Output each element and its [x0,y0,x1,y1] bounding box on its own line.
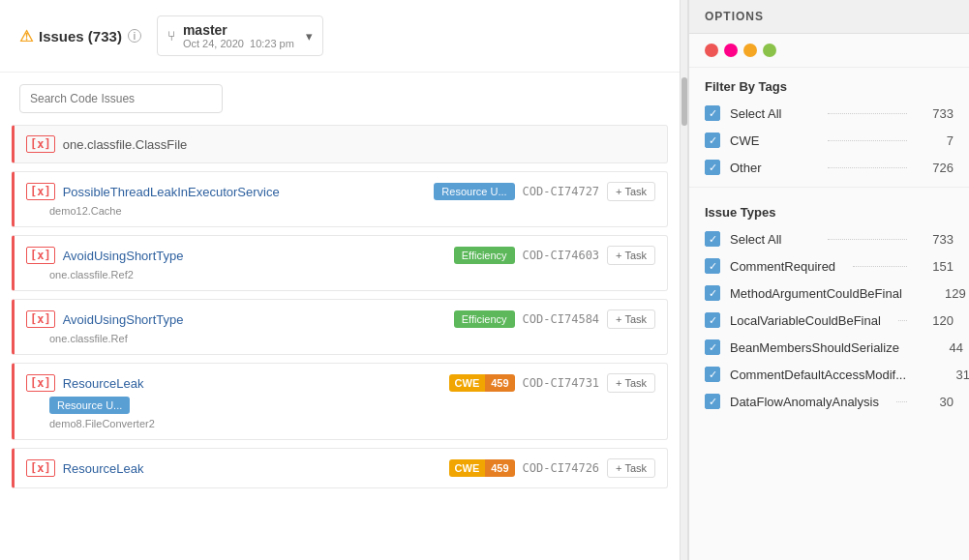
checkbox-local-var[interactable]: ✓ [705,312,720,328]
info-icon: i [128,29,141,43]
search-input[interactable] [19,84,223,113]
checkbox-dataflow[interactable]: ✓ [705,394,720,409]
issue-icon: [x] [26,135,55,153]
filter-label: Other [730,161,810,175]
code-id: COD-CI74731 [523,376,599,390]
filter-label: BeanMembersShouldSerialize [730,340,899,355]
checkbox-bean-members[interactable]: ✓ [705,339,720,355]
filter-count: 30 [924,395,954,409]
branch-name: master [183,22,294,38]
task-button[interactable]: + Task [607,373,655,393]
filter-count: 7 [924,133,954,148]
filter-dots [828,113,908,114]
issue-name[interactable]: ResourceLeak [63,376,441,391]
task-button[interactable]: + Task [607,458,655,478]
issue-name[interactable]: ResourceLeak [63,461,441,476]
filter-label: LocalVariableCouldBeFinal [730,313,881,328]
issue-subpath: one.classfile.Ref2 [26,269,655,280]
issue-subpath: demo8.FileConverter2 [26,418,655,429]
checkmark-icon: ✓ [709,342,717,353]
dot-green [763,44,776,57]
checkbox-method-arg[interactable]: ✓ [705,285,720,301]
issue-row-2: Resource U... [26,397,655,414]
tag-badge: Efficiency [454,310,515,328]
issue-name[interactable]: AvoidUsingShortType [63,249,446,263]
checkmark-icon: ✓ [709,162,717,173]
issue-icon: [x] [26,183,55,200]
issues-title: ⚠ Issues (733) i [19,27,141,45]
cwe-label: CWE [449,374,486,392]
issue-icon: [x] [26,459,55,477]
header: ⚠ Issues (733) i ⑂ master Oct 24, 2020 1… [0,0,680,73]
dot-orange [743,44,757,57]
code-id: COD-CI74603 [523,249,599,262]
checkmark-icon: ✓ [709,108,717,119]
task-button[interactable]: + Task [607,182,655,201]
filter-item-dataflow: ✓ DataFlowAnomalyAnalysis 30 [689,388,969,415]
filter-dots [896,401,907,402]
filter-item-local-var: ✓ LocalVariableCouldBeFinal 120 [689,307,969,334]
issue-row: [x] ResourceLeak CWE 459 COD-CI74726 + T… [26,458,655,478]
filter-dots [828,140,908,141]
code-id: COD-CI74727 [523,185,599,198]
issue-row: [x] one.classfile.ClassFile [26,135,655,153]
filter-count: 733 [924,232,954,247]
task-button[interactable]: + Task [607,309,655,329]
filter-item-method-arg: ✓ MethodArgumentCouldBeFinal 129 [689,280,969,307]
issue-name[interactable]: PossibleThreadLeakInExecutorService [63,185,427,199]
filter-item-comment-default: ✓ CommentDefaultAccessModif... 31 [689,361,969,388]
issue-subpath: one.classfile.Ref [26,333,655,344]
issue-name[interactable]: AvoidUsingShortType [63,312,446,327]
checkmark-icon: ✓ [709,261,717,272]
filter-count: 733 [924,106,954,121]
filter-label: CWE [730,133,810,148]
filter-item-select-all-tags: ✓ Select All 733 [689,100,969,127]
issue-row: [x] PossibleThreadLeakInExecutorService … [26,182,655,201]
warning-icon: ⚠ [19,27,33,45]
filter-dots [853,266,907,267]
cwe-number: 459 [485,459,514,477]
filter-count: 120 [924,313,954,328]
scrollbar-track [681,0,688,560]
options-header: OPTIONS [689,0,969,34]
filter-label: Select All [730,106,810,121]
tag-badge: Resource U... [434,183,514,200]
checkmark-icon: ✓ [709,315,717,326]
issue-row: [x] ResourceLeak CWE 459 COD-CI74731 + T… [26,373,655,393]
filter-item-select-all-types: ✓ Select All 733 [689,225,969,252]
cwe-number: 459 [485,374,514,392]
list-item: [x] one.classfile.ClassFile [12,125,668,163]
scrollbar-thumb[interactable] [681,77,687,126]
main-panel: ⚠ Issues (733) i ⑂ master Oct 24, 2020 1… [0,0,681,560]
filter-count: 44 [934,340,963,355]
checkmark-icon: ✓ [709,288,717,299]
filter-label: Select All [730,232,810,247]
dot-red [705,44,718,57]
issue-row: [x] AvoidUsingShortType Efficiency COD-C… [26,246,655,265]
checkbox-comment-default[interactable]: ✓ [705,367,720,382]
filter-item-other: ✓ Other 726 [689,154,969,181]
dot-pink [724,44,738,57]
list-item: [x] ResourceLeak CWE 459 COD-CI74731 + T… [12,363,668,440]
code-id: COD-CI74726 [523,461,599,475]
checkbox-comment-required[interactable]: ✓ [705,258,720,274]
issue-types-title: Issue Types [689,193,969,225]
filter-count: 129 [937,286,966,301]
checkbox-select-all-types[interactable]: ✓ [705,231,720,247]
task-button[interactable]: + Task [607,246,655,265]
filter-dots [898,320,907,321]
branch-selector[interactable]: ⑂ master Oct 24, 2020 10:23 pm ▾ [157,15,323,56]
cwe-label: CWE [449,459,486,477]
checkmark-icon: ✓ [709,369,717,380]
color-dots [689,34,969,68]
cwe-badge: CWE 459 [449,459,515,477]
checkbox-select-all-tags[interactable]: ✓ [705,105,720,121]
issue-name[interactable]: one.classfile.ClassFile [63,137,655,152]
filter-item-comment-required: ✓ CommentRequired 151 [689,252,969,280]
checkbox-cwe[interactable]: ✓ [705,133,720,148]
checkbox-other[interactable]: ✓ [705,160,720,175]
filter-label: CommentRequired [730,259,835,274]
code-id: COD-CI74584 [523,312,599,326]
checkmark-icon: ✓ [709,234,717,245]
divider [689,187,969,188]
